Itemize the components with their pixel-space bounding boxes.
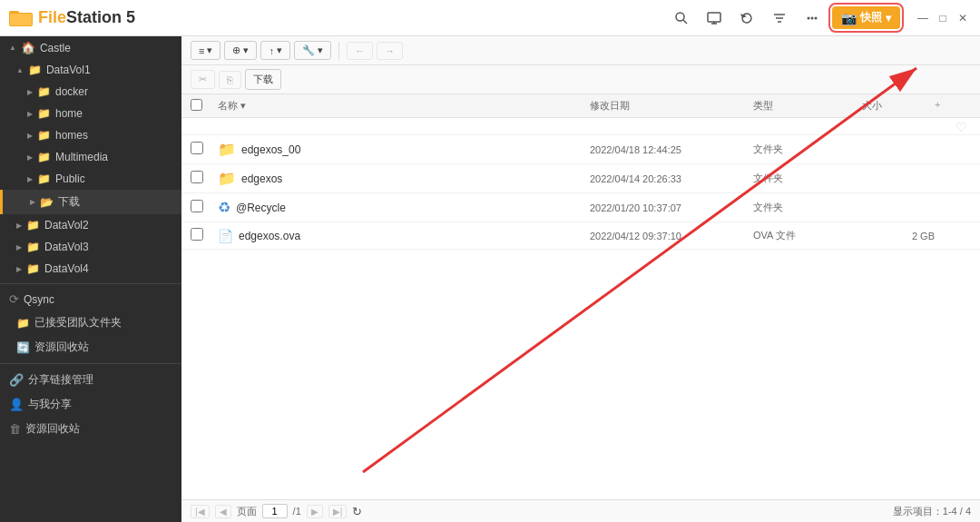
row4-size: 2 GB — [862, 231, 935, 241]
cut-button[interactable]: ✂ — [191, 70, 215, 89]
header-checkbox[interactable] — [191, 99, 218, 113]
forward-icon: → — [385, 45, 395, 56]
header-name[interactable]: 名称 ▾ — [218, 99, 590, 113]
file-row[interactable]: 📄 edgexos.ova 2022/04/12 09:37:10 OVA 文件… — [181, 222, 980, 250]
sidebar-item-downloads[interactable]: ▶ 📂 下载 — [0, 190, 181, 214]
new-folder-button[interactable]: ⊕ ▾ — [224, 41, 257, 60]
sidebar-datavol4-label: DataVol4 — [44, 262, 89, 275]
expand-datavol1-icon: ▲ — [16, 66, 24, 74]
row2-date: 2022/04/14 20:26:33 — [590, 173, 753, 184]
sidebar-item-datavol1[interactable]: ▲ 📁 DataVol1 — [0, 59, 181, 81]
svg-point-12 — [811, 16, 814, 19]
prev-page-button[interactable]: ◀ — [215, 505, 231, 518]
copy-button[interactable]: ⎘ — [219, 71, 241, 89]
status-refresh-button[interactable]: ↻ — [352, 505, 362, 518]
refresh-icon[interactable] — [734, 5, 760, 31]
datavol3-icon: 📁 — [26, 241, 40, 253]
search-icon[interactable] — [669, 5, 694, 31]
minimize-button[interactable]: — — [915, 10, 931, 26]
upload-arrow: ▾ — [277, 44, 282, 56]
row3-recycle-icon: ♻ — [218, 199, 230, 216]
sidebar-item-datavol2[interactable]: ▶ 📁 DataVol2 — [0, 214, 181, 236]
window-controls: — □ ✕ — [915, 10, 971, 26]
logo-folder-icon — [9, 8, 34, 28]
file-row[interactable]: 📁 edgexos 2022/04/14 20:26:33 文件夹 — [181, 164, 980, 193]
sidebar-item-received[interactable]: 📁 已接受团队文件夹 — [0, 310, 181, 335]
sidebar-item-resource-recycle[interactable]: 🗑 资源回收站 — [0, 417, 181, 441]
expand-datavol2-icon: ▶ — [16, 222, 22, 230]
sidebar-item-docker[interactable]: ▶ 📁 docker — [0, 81, 181, 103]
page-input[interactable]: 1 — [262, 504, 288, 518]
row4-checkbox[interactable] — [191, 228, 203, 241]
download-button[interactable]: 下载 — [245, 69, 281, 90]
file-list-header: 名称 ▾ 修改日期 类型 大小 + — [181, 94, 980, 118]
sidebar-item-qsync-recycle[interactable]: 🔄 资源回收站 — [0, 335, 181, 359]
first-page-button[interactable]: |◀ — [191, 505, 210, 518]
file-row[interactable]: ♻ @Recycle 2022/01/20 10:37:07 文件夹 — [181, 193, 980, 222]
sidebar-downloads-label: 下载 — [58, 194, 80, 210]
sidebar-item-home[interactable]: ▶ 📁 home — [0, 103, 181, 124]
sidebar-item-multimedia[interactable]: ▶ 📁 Multimedia — [0, 146, 181, 168]
sidebar-datavol1-label: DataVol1 — [46, 64, 91, 76]
sidebar-public-label: Public — [55, 172, 85, 185]
title-bar-controls: 📷 快照 ▾ — □ ✕ — [669, 0, 971, 35]
upload-button[interactable]: ↑ ▾ — [260, 41, 290, 60]
filter-icon[interactable] — [767, 5, 792, 31]
row4-file-icon: 📄 — [218, 229, 233, 243]
row1-date: 2022/04/18 12:44:25 — [590, 144, 753, 155]
header-size[interactable]: 大小 — [862, 99, 935, 113]
next-page-button[interactable]: ▶ — [307, 505, 323, 518]
tools-icon: 🔧 — [302, 44, 315, 56]
tools-arrow: ▾ — [318, 44, 323, 56]
expand-datavol4-icon: ▶ — [16, 265, 22, 273]
sidebar-item-homes[interactable]: ▶ 📁 homes — [0, 124, 181, 146]
view-mode-icon: ≡ — [199, 45, 204, 56]
file-row[interactable]: 📁 edgexos_00 2022/04/18 12:44:25 文件夹 — [181, 135, 980, 164]
multimedia-folder-icon: 📁 — [37, 151, 51, 163]
upload-icon: ↑ — [269, 45, 274, 56]
select-all-checkbox[interactable] — [191, 99, 202, 111]
sidebar-item-castle[interactable]: ▲ 🏠 Castle — [0, 36, 181, 59]
header-plus[interactable]: + — [935, 99, 971, 113]
sidebar-item-public[interactable]: ▶ 📁 Public — [0, 168, 181, 190]
row2-checkbox[interactable] — [191, 171, 203, 183]
docker-folder-icon: 📁 — [37, 85, 51, 98]
sidebar-item-datavol3[interactable]: ▶ 📁 DataVol3 — [0, 236, 181, 258]
quick-access-label: 快照 — [860, 10, 882, 25]
quick-access-button[interactable]: 📷 快照 ▾ — [832, 6, 900, 29]
last-page-button[interactable]: ▶| — [328, 505, 348, 518]
homes-folder-icon: 📁 — [37, 129, 51, 142]
back-icon: ← — [355, 45, 365, 56]
row3-checkbox[interactable] — [191, 200, 203, 212]
view-mode-button[interactable]: ≡ ▾ — [191, 41, 220, 60]
row3-date: 2022/01/20 10:37:07 — [590, 202, 753, 213]
row3-name: ♻ @Recycle — [218, 199, 590, 216]
favorites-icon[interactable]: ♡ — [956, 120, 967, 134]
new-folder-icon: ⊕ — [232, 44, 240, 56]
back-button[interactable]: ← — [347, 42, 373, 60]
monitor-icon[interactable] — [701, 5, 727, 31]
more-icon[interactable] — [799, 5, 825, 31]
sidebar-item-datavol4[interactable]: ▶ 📁 DataVol4 — [0, 258, 181, 280]
sidebar-item-share-with-me[interactable]: 👤 与我分享 — [0, 392, 181, 417]
tools-button[interactable]: 🔧 ▾ — [294, 41, 331, 60]
forward-button[interactable]: → — [377, 42, 403, 60]
row1-checkbox[interactable] — [191, 142, 203, 154]
sidebar-item-qsync[interactable]: ⟳ Qsync — [0, 288, 181, 310]
header-type[interactable]: 类型 — [753, 99, 862, 113]
expand-home-icon: ▶ — [27, 110, 33, 118]
row2-type: 文件夹 — [753, 172, 862, 185]
sidebar-datavol3-label: DataVol3 — [44, 241, 89, 253]
share-manage-icon: 🔗 — [9, 373, 24, 387]
qsync-recycle-icon: 🔄 — [16, 341, 30, 354]
svg-rect-2 — [10, 14, 32, 25]
row3-type: 文件夹 — [753, 201, 862, 214]
header-modified[interactable]: 修改日期 — [590, 99, 753, 113]
sidebar-qsync-recycle-label: 资源回收站 — [34, 340, 89, 355]
maximize-button[interactable]: □ — [935, 10, 951, 26]
sidebar-item-share-manage[interactable]: 🔗 分享链接管理 — [0, 368, 181, 392]
close-button[interactable]: ✕ — [955, 10, 971, 26]
datavol1-icon: 📁 — [28, 64, 42, 76]
received-icon: 📁 — [16, 317, 30, 330]
home-folder-icon: 📁 — [37, 107, 51, 120]
